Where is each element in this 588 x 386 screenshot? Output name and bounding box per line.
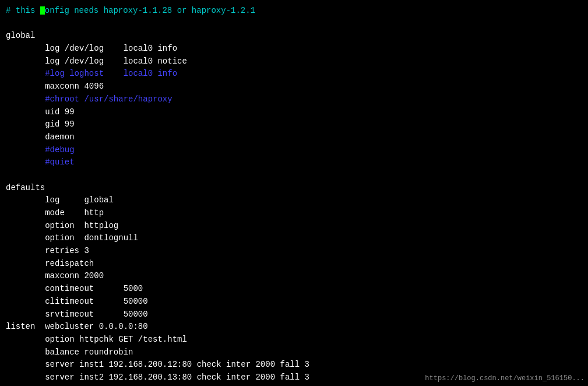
line-listen: listen webcluster 0.0.0.0:80 [6, 321, 582, 334]
line-comment: # this onfig needs haproxy-1.1.28 or hap… [6, 5, 582, 17]
line-gid: gid 99 [6, 118, 582, 131]
line-log3: #log loghost local0 info [6, 68, 582, 80]
watermark: https://blog.csdn.net/weixin_516150... [425, 374, 585, 383]
line-contimeout: contimeout 5000 [6, 283, 582, 296]
line-server1: server inst1 192.168.200.12:80 check int… [6, 359, 582, 371]
line-daemon: daemon [6, 131, 582, 144]
line-maxconn1: maxconn 4096 [6, 80, 582, 93]
line-option-httpchk: option httpchk GET /test.html [6, 334, 582, 346]
line-option-dontlognull: option dontlognull [6, 232, 582, 245]
terminal-window: # this onfig needs haproxy-1.1.28 or hap… [0, 0, 588, 386]
line-clitimeout: clitimeout 50000 [6, 296, 582, 308]
line-log2: log /dev/log local0 notice [6, 55, 582, 68]
line-mode: mode http [6, 207, 582, 220]
cursor [40, 6, 45, 15]
line-blank2 [6, 169, 582, 182]
line-srvtimeout: srvtimeout 50000 [6, 308, 582, 321]
line-tilde1: ~ [6, 384, 582, 386]
line-quiet: #quiet [6, 156, 582, 169]
line-chroot: #chroot /usr/share/haproxy [6, 93, 582, 106]
line-log1: log /dev/log local0 info [6, 43, 582, 55]
line-option-httplog: option httplog [6, 220, 582, 233]
line-blank1 [6, 17, 582, 30]
line-log-global: log global [6, 194, 582, 207]
line-balance: balance roundrobin [6, 346, 582, 359]
line-debug: #debug [6, 144, 582, 157]
line-retries: retries 3 [6, 245, 582, 258]
line-redispatch: redispatch [6, 258, 582, 271]
line-uid: uid 99 [6, 106, 582, 119]
line-maxconn2: maxconn 2000 [6, 270, 582, 283]
line-defaults: defaults [6, 182, 582, 195]
line-global: global [6, 30, 582, 43]
